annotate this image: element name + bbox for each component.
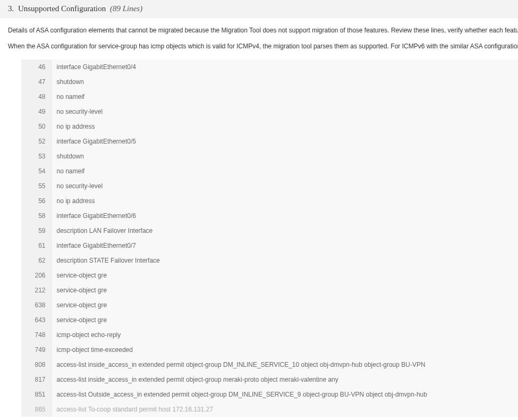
config-text-cell: no nameif	[51, 164, 518, 179]
table-row: 643service-object gre	[21, 313, 518, 327]
line-number-cell: 61	[21, 238, 51, 253]
table-row: 808access-list inside_access_in extended…	[21, 357, 518, 372]
config-text-cell: service-object gre	[51, 313, 518, 327]
config-text-cell: access-list Outside_access_in extended p…	[51, 387, 518, 402]
config-text-cell: interface GigabitEthernet0/4	[51, 60, 518, 74]
line-number-cell: 55	[21, 179, 51, 194]
line-number-cell: 58	[21, 208, 51, 223]
table-row: 748icmp-object echo-reply	[21, 327, 518, 342]
config-text-cell: description STATE Failover Interface	[51, 253, 518, 268]
line-number-cell: 851	[21, 387, 51, 402]
config-text-cell: service-object gre	[51, 298, 518, 313]
config-text-cell: icmp-object time-exceeded	[51, 342, 518, 357]
config-text-cell: interface GigabitEthernet0/7	[51, 238, 518, 253]
config-text-cell: interface GigabitEthernet0/6	[51, 208, 518, 223]
table-row: 638service-object gre	[21, 298, 518, 313]
config-text-cell: no security-level	[51, 104, 518, 119]
config-text-cell: service-object gre	[51, 283, 518, 298]
config-text-cell: interface GigabitEthernet0/5	[51, 134, 518, 149]
line-number-cell: 46	[21, 60, 51, 74]
line-number-cell: 212	[21, 283, 51, 298]
table-row: 212service-object gre	[21, 283, 518, 298]
line-number-cell: 62	[21, 253, 51, 268]
intro-paragraph-2: When the ASA configuration for service-g…	[0, 38, 518, 60]
config-text-cell: shutdown	[51, 149, 518, 164]
table-row: 52interface GigabitEthernet0/5	[21, 134, 518, 149]
line-number-cell: 52	[21, 134, 51, 149]
line-number-cell: 748	[21, 327, 51, 342]
line-number-cell: 53	[21, 149, 51, 164]
config-table-container: 46interface GigabitEthernet0/447shutdown…	[0, 60, 518, 417]
section-header: 3. Unsupported Configuration (89 Lines)	[0, 0, 518, 18]
table-row: 55no security-level	[21, 179, 518, 194]
section-number: 3.	[8, 4, 14, 13]
line-number-cell: 48	[21, 89, 51, 104]
line-number-cell: 49	[21, 104, 51, 119]
table-row: 49no security-level	[21, 104, 518, 119]
line-number-cell: 206	[21, 268, 51, 283]
config-text-cell: access-list inside_access_in extended pe…	[51, 357, 518, 372]
config-text-cell: no ip address	[51, 119, 518, 134]
table-row: 58interface GigabitEthernet0/6	[21, 208, 518, 223]
table-row: 206service-object gre	[21, 268, 518, 283]
table-row: 62description STATE Failover Interface	[21, 253, 518, 268]
section-title: Unsupported Configuration	[18, 4, 106, 13]
line-count: (89 Lines)	[110, 4, 142, 13]
line-number-cell: 808	[21, 357, 51, 372]
table-row: 54no nameif	[21, 164, 518, 179]
line-number-cell: 56	[21, 194, 51, 208]
line-number-cell: 643	[21, 313, 51, 327]
line-number-cell: 638	[21, 298, 51, 313]
intro-paragraph-1: Details of ASA configuration elements th…	[0, 18, 518, 38]
table-row: 817access-list inside_access_in extended…	[21, 372, 518, 387]
table-row: 50no ip address	[21, 119, 518, 134]
config-text-cell: access-list inside_access_in extended pe…	[51, 372, 518, 387]
config-text-cell: description LAN Failover Interface	[51, 223, 518, 238]
table-row: 46interface GigabitEthernet0/4	[21, 60, 518, 74]
config-text-cell: no security-level	[51, 179, 518, 194]
config-lines-table: 46interface GigabitEthernet0/447shutdown…	[21, 60, 518, 417]
line-number-cell: 59	[21, 223, 51, 238]
table-row: 749icmp-object time-exceeded	[21, 342, 518, 357]
config-text-cell: icmp-object echo-reply	[51, 327, 518, 342]
table-row: 59description LAN Failover Interface	[21, 223, 518, 238]
line-number-cell: 54	[21, 164, 51, 179]
table-row: 53shutdown	[21, 149, 518, 164]
config-text-cell: service-object gre	[51, 268, 518, 283]
line-number-cell: 817	[21, 372, 51, 387]
table-row: 851access-list Outside_access_in extende…	[21, 387, 518, 402]
line-number-cell: 50	[21, 119, 51, 134]
config-text-cell: access-list To-coop standard permit host…	[51, 402, 518, 417]
config-text-cell: no nameif	[51, 89, 518, 104]
config-text-cell: shutdown	[51, 74, 518, 89]
table-row: 48no nameif	[21, 89, 518, 104]
table-row: 56no ip address	[21, 194, 518, 208]
table-row: 61interface GigabitEthernet0/7	[21, 238, 518, 253]
line-number-cell: 749	[21, 342, 51, 357]
table-row: 865access-list To-coop standard permit h…	[21, 402, 518, 417]
line-number-cell: 865	[21, 402, 51, 417]
line-number-cell: 47	[21, 74, 51, 89]
config-text-cell: no ip address	[51, 194, 518, 208]
table-row: 47shutdown	[21, 74, 518, 89]
